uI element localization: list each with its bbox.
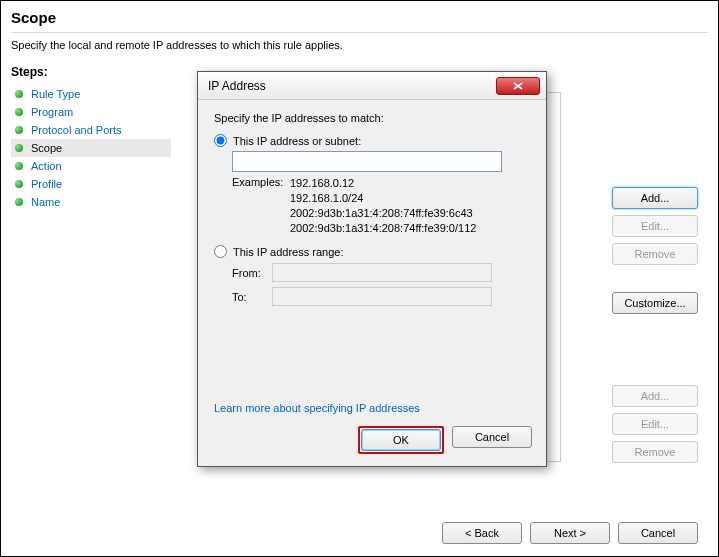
bullet-icon [15, 126, 23, 134]
remote-address-buttons: Add... Edit... Remove [612, 385, 698, 469]
step-label: Name [31, 196, 60, 208]
from-input [272, 263, 492, 282]
step-profile[interactable]: Profile [11, 175, 171, 193]
bullet-icon [15, 162, 23, 170]
step-program[interactable]: Program [11, 103, 171, 121]
dialog-title: IP Address [208, 79, 496, 93]
local-address-buttons: Add... Edit... Remove [612, 187, 698, 271]
edit-button: Edit... [612, 413, 698, 435]
step-rule-type[interactable]: Rule Type [11, 85, 171, 103]
remove-button: Remove [612, 243, 698, 265]
page-subtitle: Specify the local and remote IP addresse… [11, 39, 708, 51]
step-action[interactable]: Action [11, 157, 171, 175]
bullet-icon [15, 180, 23, 188]
from-row: From: [232, 263, 530, 282]
from-label: From: [232, 267, 272, 279]
dialog-titlebar[interactable]: IP Address [198, 72, 546, 100]
ip-address-dialog: IP Address Specify the IP addresses to m… [197, 71, 547, 467]
steps-panel: Steps: Rule Type Program Protocol and Po… [1, 57, 181, 219]
bullet-icon [15, 90, 23, 98]
dialog-body: Specify the IP addresses to match: This … [198, 100, 546, 323]
page-title: Scope [11, 9, 708, 26]
step-name[interactable]: Name [11, 193, 171, 211]
radio-subnet-label: This IP address or subnet: [233, 135, 361, 147]
example-line: 192.168.0.12 [290, 176, 476, 191]
step-label: Rule Type [31, 88, 80, 100]
examples-label: Examples: [232, 176, 290, 235]
step-protocol-ports[interactable]: Protocol and Ports [11, 121, 171, 139]
to-input [272, 287, 492, 306]
step-label: Profile [31, 178, 62, 190]
example-line: 2002:9d3b:1a31:4:208:74ff:fe39:0/112 [290, 221, 476, 236]
bullet-icon [15, 198, 23, 206]
add-button[interactable]: Add... [612, 187, 698, 209]
dialog-prompt: Specify the IP addresses to match: [214, 112, 530, 124]
ok-button[interactable]: OK [361, 429, 441, 451]
learn-ip-link[interactable]: Learn more about specifying IP addresses [214, 402, 420, 414]
example-line: 2002:9d3b:1a31:4:208:74ff:fe39:6c43 [290, 206, 476, 221]
step-label: Scope [31, 142, 62, 154]
examples-list: 192.168.0.12 192.168.1.0/24 2002:9d3b:1a… [290, 176, 476, 235]
step-label: Action [31, 160, 62, 172]
radio-range[interactable] [214, 245, 227, 258]
wizard-footer: < Back Next > Cancel [442, 522, 698, 544]
examples-block: Examples: 192.168.0.12 192.168.1.0/24 20… [232, 176, 530, 235]
bullet-icon [15, 144, 23, 152]
steps-heading: Steps: [11, 65, 171, 79]
close-icon[interactable] [496, 77, 540, 95]
to-label: To: [232, 291, 272, 303]
step-label: Program [31, 106, 73, 118]
remove-button: Remove [612, 441, 698, 463]
radio-subnet[interactable] [214, 134, 227, 147]
edit-button: Edit... [612, 215, 698, 237]
radio-subnet-row[interactable]: This IP address or subnet: [214, 134, 530, 147]
step-label: Protocol and Ports [31, 124, 122, 136]
add-button: Add... [612, 385, 698, 407]
customize-button[interactable]: Customize... [612, 292, 698, 314]
radio-range-label: This IP address range: [233, 246, 343, 258]
radio-range-row[interactable]: This IP address range: [214, 245, 530, 258]
divider [11, 32, 708, 33]
ok-highlight: OK [358, 426, 444, 454]
wizard-header: Scope Specify the local and remote IP ad… [1, 1, 718, 57]
step-scope[interactable]: Scope [11, 139, 171, 157]
back-button[interactable]: < Back [442, 522, 522, 544]
subnet-input[interactable] [232, 151, 502, 172]
customize-buttons: Customize... [612, 292, 698, 320]
bullet-icon [15, 108, 23, 116]
next-button[interactable]: Next > [530, 522, 610, 544]
cancel-button[interactable]: Cancel [618, 522, 698, 544]
to-row: To: [232, 287, 530, 306]
dialog-footer: OK Cancel [358, 426, 532, 454]
dialog-cancel-button[interactable]: Cancel [452, 426, 532, 448]
example-line: 192.168.1.0/24 [290, 191, 476, 206]
